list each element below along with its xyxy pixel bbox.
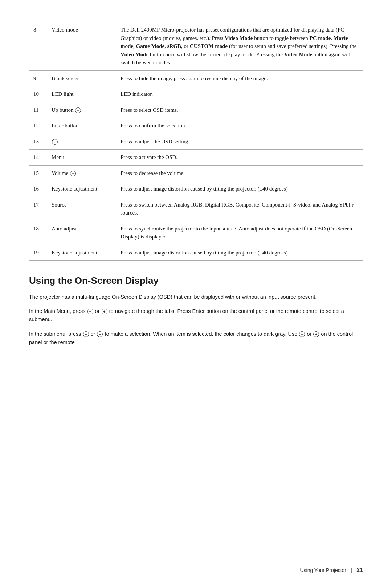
table-row: 13Press to adjust the OSD setting. bbox=[29, 134, 363, 150]
row-description: Press to switch between Analog RGB, Digi… bbox=[116, 197, 363, 221]
minus-icon bbox=[87, 309, 93, 314]
row-description: Press to synchronize the projector to th… bbox=[116, 221, 363, 245]
row-number: 13 bbox=[29, 134, 47, 150]
table-row: 17SourcePress to switch between Analog R… bbox=[29, 197, 363, 221]
row-label: Keystone adjustment bbox=[47, 181, 116, 197]
row-label: Volume bbox=[47, 165, 116, 181]
minus-icon bbox=[299, 331, 305, 337]
plus-icon bbox=[313, 331, 319, 337]
section-paragraph: The projector has a multi-language On-Sc… bbox=[29, 293, 363, 301]
row-description: Press to activate the OSD. bbox=[116, 150, 363, 166]
row-number: 9 bbox=[29, 70, 47, 86]
table-row: 10LED lightLED indicator. bbox=[29, 86, 363, 102]
table-row: 11Up button Press to select OSD items. bbox=[29, 102, 363, 118]
table-row: 16Keystone adjustmentPress to adjust ima… bbox=[29, 181, 363, 197]
row-description: Press to decrease the volume. bbox=[116, 165, 363, 181]
minus-icon bbox=[52, 139, 58, 145]
row-number: 19 bbox=[29, 245, 47, 261]
footer-text: Using Your Projector bbox=[300, 567, 346, 573]
table-row: 14MenuPress to activate the OSD. bbox=[29, 150, 363, 166]
section-paragraph: In the Main Menu, press or to navigate t… bbox=[29, 307, 363, 324]
row-label bbox=[47, 134, 116, 150]
table-row: 8Video modeThe Dell 2400MP Micro-project… bbox=[29, 22, 363, 71]
row-description: Press to select OSD items. bbox=[116, 102, 363, 118]
page-content: 8Video modeThe Dell 2400MP Micro-project… bbox=[0, 0, 392, 381]
feature-table: 8Video modeThe Dell 2400MP Micro-project… bbox=[29, 22, 363, 261]
row-label: Enter button bbox=[47, 118, 116, 134]
plus-icon bbox=[83, 331, 89, 337]
row-description: LED indicator. bbox=[116, 86, 363, 102]
row-label: Keystone adjustment bbox=[47, 245, 116, 261]
row-number: 14 bbox=[29, 150, 47, 166]
page-footer: Using Your Projector | 21 bbox=[300, 567, 363, 573]
row-description: Press to hide the image, press again to … bbox=[116, 70, 363, 86]
row-label: Video mode bbox=[47, 22, 116, 71]
minus-icon bbox=[70, 171, 76, 176]
plus-icon bbox=[75, 107, 81, 113]
row-description: The Dell 2400MP Micro-projector has pres… bbox=[116, 22, 363, 71]
row-number: 16 bbox=[29, 181, 47, 197]
row-description: Press to adjust image distortion caused … bbox=[116, 181, 363, 197]
table-row: 19Keystone adjustmentPress to adjust ima… bbox=[29, 245, 363, 261]
row-number: 11 bbox=[29, 102, 47, 118]
plus-icon bbox=[102, 309, 107, 314]
row-label: Blank screen bbox=[47, 70, 116, 86]
row-label: LED light bbox=[47, 86, 116, 102]
row-number: 15 bbox=[29, 165, 47, 181]
page-number: 21 bbox=[356, 567, 363, 573]
table-row: 12Enter buttonPress to confirm the selec… bbox=[29, 118, 363, 134]
section-paragraph: In the submenu, press or to make a selec… bbox=[29, 330, 363, 347]
row-label: Auto adjust bbox=[47, 221, 116, 245]
row-number: 10 bbox=[29, 86, 47, 102]
row-number: 17 bbox=[29, 197, 47, 221]
row-description: Press to adjust the OSD setting. bbox=[116, 134, 363, 150]
row-description: Press to confirm the selection. bbox=[116, 118, 363, 134]
dot-icon bbox=[97, 331, 103, 337]
row-number: 12 bbox=[29, 118, 47, 134]
table-row: 15Volume Press to decrease the volume. bbox=[29, 165, 363, 181]
row-label: Source bbox=[47, 197, 116, 221]
section-heading: Using the On-Screen Display bbox=[29, 275, 363, 286]
table-row: 18Auto adjustPress to synchronize the pr… bbox=[29, 221, 363, 245]
row-description: Press to adjust image distortion caused … bbox=[116, 245, 363, 261]
footer-divider: | bbox=[351, 567, 352, 573]
row-label: Up button bbox=[47, 102, 116, 118]
row-number: 8 bbox=[29, 22, 47, 71]
table-row: 9Blank screenPress to hide the image, pr… bbox=[29, 70, 363, 86]
row-label: Menu bbox=[47, 150, 116, 166]
row-number: 18 bbox=[29, 221, 47, 245]
